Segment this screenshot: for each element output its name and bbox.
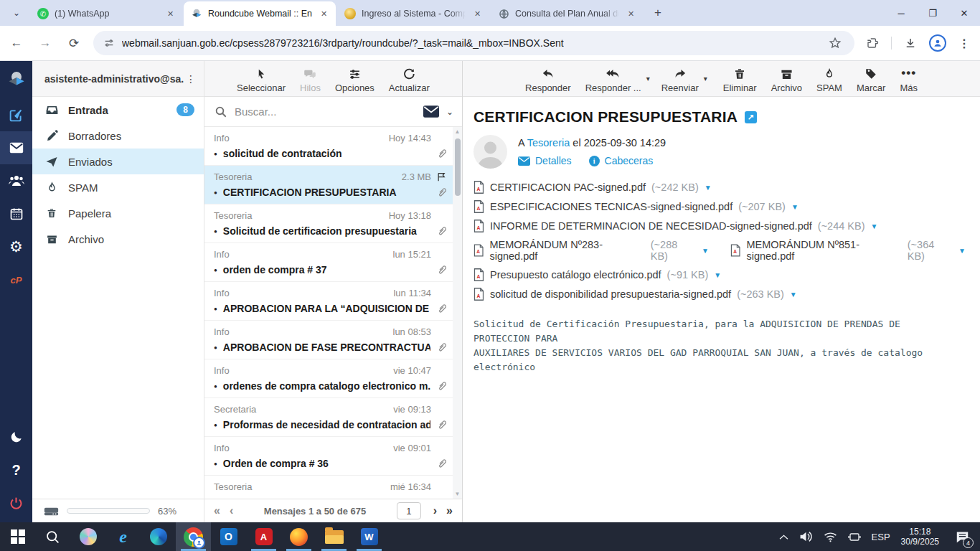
headers-toggle[interactable]: i Cabeceras [589, 155, 654, 166]
forward-caret-icon[interactable]: ▾ [704, 75, 707, 83]
internet-explorer-button[interactable]: e [105, 522, 141, 551]
minimize-button[interactable]: ─ [885, 0, 917, 26]
copilot-button[interactable] [70, 522, 105, 551]
sidebar-item-papelera[interactable]: Papelera [32, 200, 204, 226]
back-icon[interactable]: ← [4, 31, 29, 55]
cpanel-icon[interactable]: cP [0, 263, 32, 296]
acrobat-button[interactable]: A [246, 522, 281, 551]
tab-roundcube[interactable]: Roundcube Webmail :: Enviados ✕ [184, 1, 336, 26]
cast-icon[interactable] [848, 532, 861, 542]
select-button[interactable]: Seleccionar [237, 66, 286, 96]
file-explorer-button[interactable] [316, 522, 352, 551]
tab-close-icon[interactable]: ✕ [625, 8, 637, 20]
sidebar-item-enviados[interactable]: Enviados [32, 149, 204, 174]
clock[interactable]: 15:18 30/9/2025 [901, 527, 939, 547]
tab-compras[interactable]: Ingreso al Sistema - Compras P ✕ [337, 1, 489, 26]
reply-button[interactable]: Responder [525, 66, 571, 96]
restore-button[interactable]: ❐ [917, 0, 948, 26]
notification-center-button[interactable]: 4 [950, 522, 974, 551]
threads-button[interactable]: Hilos [300, 66, 321, 96]
tab-close-icon[interactable]: ✕ [318, 8, 330, 20]
calendar-icon[interactable] [0, 197, 32, 230]
mark-button[interactable]: Marcar [857, 66, 885, 96]
attachment[interactable]: A ESPECIFICACIONES TECNICAS-signed-signe… [473, 200, 798, 213]
open-in-new-window-icon[interactable]: ↗ [745, 111, 757, 123]
message-row[interactable]: Infovie 09:01 ●Orden de compra # 36 [204, 437, 453, 476]
message-row[interactable]: Infolun 08:53 ●APROBACION DE FASE PRECON… [204, 321, 453, 359]
firefox-button[interactable] [281, 522, 316, 551]
attachment-menu-caret-icon[interactable]: ▼ [790, 291, 797, 298]
address-bar[interactable]: webmail.sanjuan.gob.ec/cpsess2879723216/… [93, 31, 854, 55]
chrome-button[interactable] [176, 522, 211, 551]
profile-icon[interactable] [929, 34, 946, 52]
attachment-menu-caret-icon[interactable]: ▼ [791, 203, 798, 211]
url-text[interactable]: webmail.sanjuan.gob.ec/cpsess2879723216/… [122, 37, 564, 49]
tray-chevron-icon[interactable] [779, 534, 788, 540]
sidebar-item-archivo[interactable]: Archivo [32, 226, 204, 252]
attachment-menu-caret-icon[interactable]: ▼ [702, 247, 709, 255]
attachment[interactable]: A CERTIFICACION PAC-signed.pdf (~242 KB)… [473, 181, 712, 194]
forward-button[interactable]: Reenviar ▾ [661, 66, 699, 96]
attachment-menu-caret-icon[interactable]: ▼ [705, 184, 712, 192]
language-indicator[interactable]: ESP [872, 532, 890, 542]
volume-icon[interactable] [799, 531, 813, 542]
page-number-input[interactable] [397, 502, 421, 519]
scrollbar-thumb[interactable] [455, 138, 461, 196]
dark-mode-moon-icon[interactable] [0, 420, 32, 453]
mail-module-icon[interactable] [0, 131, 32, 164]
taskbar-search-button[interactable] [35, 522, 70, 551]
flag-icon[interactable] [431, 171, 447, 182]
word-button[interactable]: W [352, 522, 387, 551]
message-row-selected[interactable]: Tesoreria2.3 MB ●CERTIFICACION PRESUPUES… [204, 166, 453, 204]
refresh-button[interactable]: Actualizar [389, 66, 430, 96]
compose-icon[interactable] [0, 98, 32, 131]
attachment-menu-caret-icon[interactable]: ▼ [958, 247, 966, 255]
scroll-down-icon[interactable]: ▼ [455, 491, 461, 497]
reply-all-button[interactable]: Responder ... ▾ [585, 66, 641, 96]
spam-button[interactable]: SPAM [816, 66, 842, 96]
sidebar-item-borradores[interactable]: Borradores [32, 123, 204, 149]
attachment-menu-caret-icon[interactable]: ▼ [714, 271, 721, 279]
tab-plan-anual[interactable]: Consulta del Plan Anual de Con ✕ [491, 1, 643, 26]
edge-button[interactable] [141, 522, 176, 551]
new-tab-button[interactable]: + [649, 4, 667, 22]
account-menu-kebab-icon[interactable]: ⋮ [184, 73, 198, 85]
attachment-menu-caret-icon[interactable]: ▼ [871, 222, 878, 230]
start-button[interactable] [0, 522, 35, 551]
recipient-link[interactable]: Tesoreria [527, 137, 570, 149]
tab-search-icon[interactable]: ⌄ [6, 3, 27, 23]
message-row[interactable]: Infolun 11:34 ●APROBACION PARA LA “ADQUI… [204, 282, 453, 321]
attachment[interactable]: A MEMORÁNDUM Nº283-signed.pdf (~288 KB) … [473, 239, 709, 262]
message-row[interactable]: TesoreriaHoy 13:18 ●Solicitud de certifi… [204, 204, 453, 243]
reload-icon[interactable]: ⟳ [62, 31, 86, 55]
logout-power-icon[interactable] [0, 486, 32, 519]
message-row[interactable]: Infolun 15:21 ●orden de compra # 37 [204, 243, 453, 282]
outlook-button[interactable]: O [211, 522, 246, 551]
last-page-icon[interactable]: » [446, 504, 453, 517]
settings-gear-icon[interactable]: ⚙ [0, 230, 32, 263]
message-row[interactable]: Tesoreriamié 16:34 ● [204, 476, 453, 499]
attachment[interactable]: A solicitud de disponibilidad presupuest… [473, 288, 797, 301]
menu-kebab-icon[interactable]: ⋮ [958, 37, 970, 50]
search-input[interactable] [235, 105, 416, 118]
attachment[interactable]: A MEMORÁNDUM Nº851-signed.pdf (~364 KB) … [730, 239, 966, 262]
wifi-icon[interactable] [824, 532, 837, 542]
options-button[interactable]: Opciones [335, 66, 374, 96]
message-row[interactable]: Infovie 10:47 ●ordenes de compra catalog… [204, 359, 453, 398]
next-page-icon[interactable]: › [433, 504, 437, 517]
downloads-icon[interactable] [904, 37, 917, 50]
search-options-chevron-icon[interactable]: ⌄ [446, 107, 453, 117]
reply-all-caret-icon[interactable]: ▾ [646, 75, 650, 83]
list-scrollbar[interactable]: ▲ ▼ [453, 127, 462, 499]
tab-whatsapp[interactable]: ✆ (1) WhatsApp ✕ [30, 1, 182, 26]
bookmark-star-icon[interactable] [829, 37, 842, 50]
extensions-icon[interactable] [866, 37, 879, 50]
sidebar-item-spam[interactable]: SPAM [32, 174, 204, 200]
sidebar-item-entrada[interactable]: Entrada 8 [32, 97, 204, 123]
attachment[interactable]: A INFORME DE DETERMINACION DE NECESIDAD-… [473, 220, 877, 232]
details-toggle[interactable]: Detalles [518, 155, 572, 166]
first-page-icon[interactable]: « [214, 504, 220, 517]
contacts-icon[interactable] [0, 164, 32, 197]
message-row[interactable]: InfoHoy 14:43 ●solicitud de contratación [204, 127, 453, 166]
message-row[interactable]: Secretariavie 09:13 ●Proformas de necesi… [204, 398, 453, 437]
